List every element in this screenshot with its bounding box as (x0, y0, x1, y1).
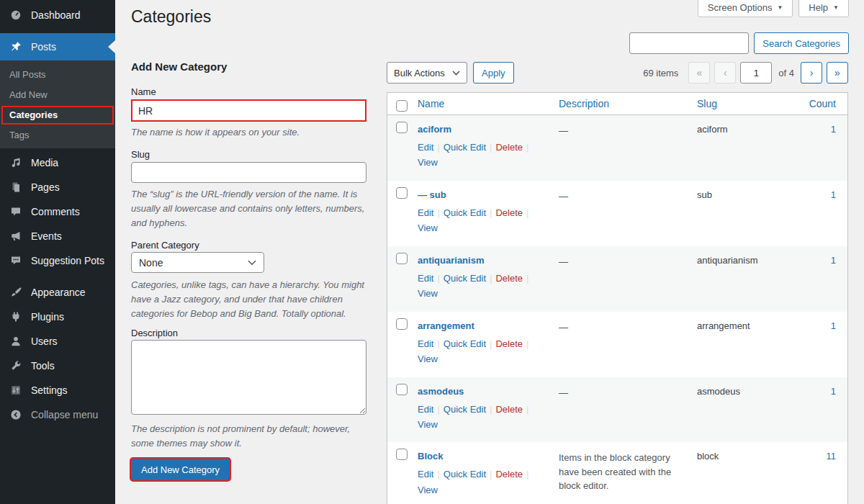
category-name-input[interactable] (131, 99, 366, 122)
edit-link[interactable]: Edit (418, 207, 433, 218)
slug-cell: block (690, 442, 788, 504)
sidebar-item-posts[interactable]: Posts (0, 33, 115, 60)
count-link[interactable]: 1 (831, 189, 836, 200)
count-link[interactable]: 1 (831, 124, 836, 135)
edit-link[interactable]: Edit (418, 142, 433, 153)
parent-category-select[interactable]: None (131, 252, 264, 273)
delete-link[interactable]: Delete (495, 338, 523, 349)
count-link[interactable]: 11 (827, 451, 837, 462)
category-slug-input[interactable] (131, 162, 366, 183)
bulk-actions-select[interactable]: Bulk Actions (387, 62, 467, 84)
quick-edit-link[interactable]: Quick Edit (444, 142, 486, 153)
delete-link[interactable]: Delete (495, 469, 523, 480)
pages-icon (9, 181, 23, 193)
first-page-button[interactable]: « (688, 62, 710, 84)
sidebar-item-users[interactable]: Users (0, 329, 115, 354)
delete-link[interactable]: Delete (495, 404, 523, 415)
last-page-button[interactable]: » (827, 62, 848, 84)
sidebar-item-categories[interactable]: Categories (1, 106, 114, 125)
sidebar-item-media[interactable]: Media (0, 150, 115, 175)
view-link[interactable]: View (418, 222, 438, 233)
row-checkbox[interactable] (396, 384, 408, 395)
sidebar-item-label: Collapse menu (31, 409, 98, 420)
edit-link[interactable]: Edit (418, 469, 433, 480)
edit-link[interactable]: Edit (418, 273, 433, 284)
header-slug[interactable]: Slug (690, 93, 788, 115)
add-new-category-button[interactable]: Add New Category (131, 459, 230, 480)
count-link[interactable]: 1 (831, 320, 836, 331)
chat-icon (9, 255, 23, 266)
header-description[interactable]: Description (552, 93, 690, 115)
category-name-link[interactable]: antiquarianism (418, 255, 484, 266)
screen-options-button[interactable]: Screen Options ▼ (698, 0, 793, 17)
search-categories-button[interactable]: Search Categories (754, 32, 849, 54)
row-checkbox[interactable] (396, 253, 408, 264)
delete-link[interactable]: Delete (495, 207, 523, 218)
sidebar-item-settings[interactable]: Settings (0, 378, 115, 402)
pin-icon (9, 41, 23, 53)
sidebar-item-label: Settings (31, 384, 68, 396)
row-checkbox[interactable] (396, 318, 408, 330)
sidebar-item-add-new[interactable]: Add New (0, 85, 115, 105)
quick-edit-link[interactable]: Quick Edit (444, 338, 486, 349)
delete-link[interactable]: Delete (495, 142, 523, 153)
sidebar-item-plugins[interactable]: Plugins (0, 305, 115, 329)
help-button[interactable]: Help ▼ (798, 0, 849, 17)
prev-page-button[interactable]: ‹ (714, 62, 736, 84)
separator: | (526, 273, 528, 284)
dashboard-icon (9, 9, 23, 21)
delete-link[interactable]: Delete (495, 273, 523, 284)
separator: | (437, 273, 439, 284)
parent-help-text: Categories, unlike tags, can have a hier… (131, 278, 370, 321)
sidebar-item-comments[interactable]: Comments (0, 199, 115, 224)
current-page-input[interactable] (740, 62, 772, 84)
category-name-link[interactable]: Block (418, 451, 443, 462)
quick-edit-link[interactable]: Quick Edit (444, 404, 486, 415)
row-checkbox[interactable] (396, 449, 408, 460)
sidebar-item-pages[interactable]: Pages (0, 175, 115, 199)
slug-label: Slug (131, 149, 150, 160)
category-name-link[interactable]: asmodeus (418, 386, 464, 397)
current-menu-arrow-icon (108, 40, 115, 53)
select-all-checkbox[interactable] (396, 100, 408, 112)
count-link[interactable]: 1 (831, 386, 836, 397)
sidebar-item-suggestion-pots[interactable]: Suggestion Pots (0, 248, 115, 273)
view-link[interactable]: View (418, 485, 438, 495)
search-input[interactable] (629, 32, 749, 54)
count-link[interactable]: 1 (831, 255, 836, 266)
edit-link[interactable]: Edit (418, 338, 433, 349)
sidebar-item-appearance[interactable]: Appearance (0, 280, 115, 305)
collapse-menu-button[interactable]: Collapse menu (0, 402, 115, 427)
view-link[interactable]: View (418, 419, 438, 430)
sidebar-item-dashboard[interactable]: Dashboard (0, 3, 115, 27)
view-link[interactable]: View (418, 288, 438, 299)
sidebar-item-all-posts[interactable]: All Posts (0, 65, 115, 85)
caret-down-icon: ▼ (833, 4, 839, 11)
quick-edit-link[interactable]: Quick Edit (444, 469, 486, 480)
table-header-row: Name Description Slug Count (387, 93, 847, 115)
category-description-textarea[interactable] (131, 340, 366, 415)
sidebar-item-label: Media (31, 157, 58, 168)
sidebar-item-events[interactable]: Events (0, 224, 115, 248)
category-name-link[interactable]: arrangement (418, 320, 474, 331)
edit-link[interactable]: Edit (418, 404, 433, 415)
screen-options-label: Screen Options (708, 2, 773, 13)
view-link[interactable]: View (418, 157, 438, 168)
header-name[interactable]: Name (410, 93, 552, 115)
header-count[interactable]: Count (788, 93, 847, 115)
row-checkbox[interactable] (396, 122, 408, 133)
total-pages-label: of 4 (778, 68, 794, 78)
category-name-link[interactable]: aciform (418, 124, 451, 135)
category-name-link[interactable]: — sub (418, 189, 446, 200)
next-page-button[interactable]: › (801, 62, 822, 84)
quick-edit-link[interactable]: Quick Edit (444, 273, 486, 284)
view-link[interactable]: View (418, 354, 438, 364)
table-row: — sub Edit|Quick Edit|Delete| View — sub… (387, 181, 847, 246)
apply-button[interactable]: Apply (473, 62, 514, 84)
sidebar-item-tools[interactable]: Tools (0, 354, 115, 378)
quick-edit-link[interactable]: Quick Edit (444, 207, 486, 218)
row-checkbox[interactable] (396, 187, 408, 199)
sidebar-item-label: Dashboard (31, 9, 81, 21)
wrench-icon (9, 360, 23, 372)
sidebar-item-tags[interactable]: Tags (0, 125, 115, 145)
